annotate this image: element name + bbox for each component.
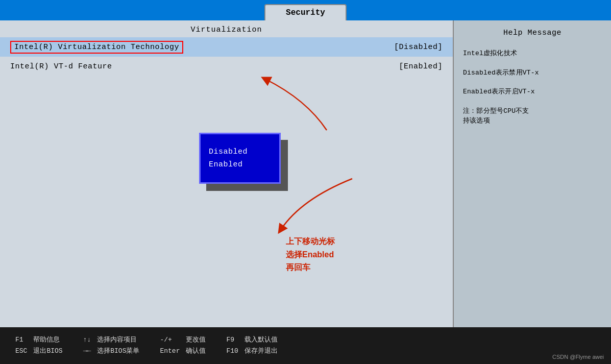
instructions: 上下移动光标 选择Enabled 再回车 — [286, 235, 335, 274]
key-f1: F1 — [15, 334, 27, 346]
bottom-pair-0: F1 ESC 帮助信息 退出BIOS — [15, 334, 63, 357]
bottom-bar: F1 ESC 帮助信息 退出BIOS ↑↓ →← 选择内容项目 选择BIOS菜单… — [0, 327, 611, 364]
help-item-1: Disabled表示禁用VT-x — [463, 68, 602, 78]
popup-box[interactable]: Disabled Enabled — [199, 133, 281, 184]
key-f9: F9 — [226, 334, 238, 346]
menu-row-vt[interactable]: Intel(R) Virtualization Technology [Disa… — [0, 37, 453, 57]
left-panel: Virtualization Intel(R) Virtualization T… — [0, 20, 453, 327]
desc-confirm: 确认值 — [186, 346, 206, 357]
bottom-group-2: -/+ Enter 更改值 确认值 — [160, 334, 206, 357]
desc-change: 更改值 — [186, 334, 206, 346]
vtd-label: Intel(R) VT-d Feature — [10, 62, 399, 71]
bottom-col-desc-0: 帮助信息 退出BIOS — [33, 334, 62, 357]
bottom-pair-2: -/+ Enter 更改值 确认值 — [160, 334, 206, 357]
bottom-col-key-1: ↑↓ →← — [83, 334, 91, 357]
key-plusminus: -/+ — [160, 334, 180, 346]
bottom-group-0: F1 ESC 帮助信息 退出BIOS — [15, 334, 63, 357]
bottom-group-3: F9 F10 载入默认值 保存并退出 — [226, 334, 277, 357]
popup-item-disabled[interactable]: Disabled — [209, 145, 271, 158]
security-tab[interactable]: Security — [264, 4, 347, 20]
menu-row-vtd[interactable]: Intel(R) VT-d Feature [Enabled] — [0, 57, 453, 76]
bottom-col-key-0: F1 ESC — [15, 334, 27, 357]
section-header: Virtualization — [0, 20, 453, 37]
top-bar: Security — [0, 0, 611, 20]
bottom-col-desc-3: 载入默认值 保存并退出 — [245, 334, 278, 357]
vt-label-boxed: Intel(R) Virtualization Technology — [10, 41, 183, 54]
bottom-pair-3: F9 F10 载入默认值 保存并退出 — [226, 334, 277, 357]
vt-value: [Disabled] — [394, 43, 443, 52]
main-area: Virtualization Intel(R) Virtualization T… — [0, 20, 611, 327]
desc-f9: 载入默认值 — [245, 334, 278, 346]
bottom-col-key-2: -/+ Enter — [160, 334, 180, 357]
bottom-group-1: ↑↓ →← 选择内容项目 选择BIOS菜单 — [83, 334, 140, 357]
desc-f1: 帮助信息 — [33, 334, 62, 346]
desc-updown: 选择内容项目 — [97, 334, 139, 346]
bottom-col-desc-1: 选择内容项目 选择BIOS菜单 — [97, 334, 139, 357]
key-leftright: →← — [83, 346, 91, 357]
bottom-col-key-3: F9 F10 — [226, 334, 238, 357]
key-enter: Enter — [160, 346, 180, 357]
bottom-pair-1: ↑↓ →← 选择内容项目 选择BIOS菜单 — [83, 334, 140, 357]
csdn-watermark: CSDN @Flyme awei — [552, 354, 604, 360]
popup-item-enabled[interactable]: Enabled — [209, 158, 271, 171]
desc-leftright: 选择BIOS菜单 — [97, 346, 139, 357]
desc-f10: 保存并退出 — [245, 346, 278, 357]
right-panel: Help Message Intel虚拟化技术 Disabled表示禁用VT-x… — [453, 20, 611, 327]
help-title: Help Message — [463, 29, 602, 37]
key-f10: F10 — [226, 346, 238, 357]
help-item-3: 注：部分型号CPU不支 持该选项 — [463, 106, 602, 126]
popup-area: Disabled Enabled — [199, 133, 281, 184]
key-updown: ↑↓ — [83, 334, 91, 346]
help-item-0: Intel虚拟化技术 — [463, 48, 602, 59]
vtd-value: [Enabled] — [399, 62, 443, 71]
help-item-2: Enabled表示开启VT-x — [463, 87, 602, 97]
vt-label: Intel(R) Virtualization Technology — [10, 41, 394, 54]
bottom-col-desc-2: 更改值 确认值 — [186, 334, 206, 357]
key-esc: ESC — [15, 346, 27, 357]
desc-esc: 退出BIOS — [33, 346, 62, 357]
